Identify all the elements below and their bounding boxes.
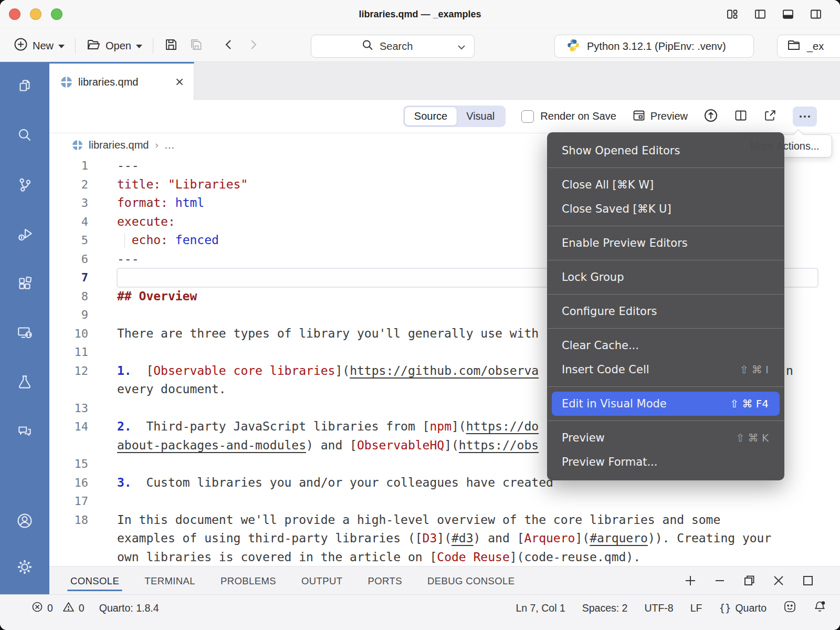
menu-item-shortcut: ⇧ ⌘ I [740, 363, 769, 376]
line-number: 10 [49, 324, 88, 343]
panel-close-icon[interactable] [772, 574, 785, 587]
search-text-field[interactable] [379, 40, 424, 53]
indentation-status[interactable]: Spaces: 2 [582, 602, 628, 614]
source-mode-button[interactable]: Source [405, 107, 457, 125]
eol-status[interactable]: LF [690, 602, 702, 614]
editor-toolbar: Source Visual Render on Save Preview [49, 100, 840, 133]
panel-tab-console[interactable]: CONSOLE [70, 568, 119, 593]
tab-strip: libraries.qmd [49, 62, 840, 100]
code-line[interactable]: 18In this document we'll provide a high-… [49, 511, 840, 530]
line-number [49, 548, 88, 566]
menu-item-label: Close All [⌘K W] [562, 178, 654, 191]
menu-item-edit-in-visual-mode[interactable]: Edit in Visual Mode⇧ ⌘ F4 [552, 392, 780, 416]
render-icon[interactable] [704, 108, 718, 125]
code-line[interactable]: examples of using third-party libraries … [49, 529, 840, 548]
line-number: 1 [49, 156, 88, 175]
code-line[interactable]: 17 [49, 492, 840, 511]
menu-item-shortcut: ⇧ ⌘ K [736, 432, 769, 444]
preview-icon [632, 109, 646, 124]
more-actions-button[interactable] [793, 107, 817, 127]
encoding-status[interactable]: UTF-8 [644, 602, 673, 614]
menu-item-preview-format[interactable]: Preview Format... [547, 450, 784, 474]
toggle-primary-sidebar-icon[interactable] [754, 8, 766, 20]
open-in-new-window-icon[interactable] [763, 109, 777, 124]
run-debug-icon[interactable] [11, 220, 38, 248]
code-line[interactable]: own libraries is covered in the article … [49, 548, 840, 566]
line-number: 4 [49, 213, 88, 232]
zoom-window-button[interactable] [51, 8, 62, 20]
search-icon[interactable] [11, 122, 38, 149]
panel-tab-output[interactable]: OUTPUT [301, 568, 342, 593]
menu-item-insert-code-cell[interactable]: Insert Code Cell⇧ ⌘ I [547, 358, 784, 382]
code-text: own libraries is covered in the article … [117, 548, 840, 566]
line-number [49, 436, 88, 455]
panel-add-icon[interactable] [684, 574, 697, 587]
tab-libraries-qmd[interactable]: libraries.qmd [49, 62, 194, 100]
braces-icon: {} [719, 602, 731, 614]
language-mode-status[interactable]: {} Quarto [719, 602, 766, 614]
chat-icon[interactable] [11, 418, 38, 445]
menu-item-show-opened-editors[interactable]: Show Opened Editors [547, 139, 784, 163]
open-button-label: Open [106, 40, 131, 52]
problems-status[interactable]: 0 0 [32, 601, 85, 615]
menu-item-clear-cache[interactable]: Clear Cache... [547, 333, 784, 358]
save-button[interactable] [164, 37, 178, 54]
panel-restore-icon[interactable] [742, 574, 756, 587]
feedback-smiley-icon[interactable] [783, 600, 796, 616]
explorer-icon[interactable] [11, 72, 38, 100]
testing-icon[interactable] [11, 369, 38, 396]
menu-item-label: Show Opened Editors [562, 144, 680, 157]
save-all-button[interactable] [189, 37, 204, 54]
panel-minimize-icon[interactable] [713, 574, 727, 587]
tab-label: libraries.qmd [78, 76, 138, 88]
panel-tab-problems[interactable]: PROBLEMS [220, 568, 276, 593]
cursor-position-status[interactable]: Ln 7, Col 1 [516, 602, 565, 614]
menu-item-configure-editors[interactable]: Configure Editors [547, 299, 784, 323]
code-text: examples of using third-party libraries … [117, 529, 840, 548]
panel-tab-terminal[interactable]: TERMINAL [144, 568, 195, 593]
menu-separator [548, 167, 784, 168]
panel-maximize-icon[interactable] [801, 574, 815, 587]
open-button[interactable]: Open [86, 38, 142, 54]
panel-tab-ports[interactable]: PORTS [368, 568, 402, 593]
menu-item-close-saved-k-u[interactable]: Close Saved [⌘K U] [547, 197, 784, 221]
menu-item-enable-preview-editors[interactable]: Enable Preview Editors [547, 231, 784, 255]
interpreter-selector[interactable]: Python 3.12.1 (PipEnv: .venv) [554, 35, 754, 58]
toggle-panel-icon[interactable] [782, 8, 794, 20]
account-icon[interactable] [11, 507, 38, 534]
navigate-back-icon[interactable] [223, 37, 234, 55]
close-tab-icon[interactable] [175, 77, 184, 87]
error-icon [32, 601, 43, 615]
menu-separator [548, 226, 784, 226]
minimize-window-button[interactable] [30, 8, 41, 20]
menu-item-close-all-k-w[interactable]: Close All [⌘K W] [547, 173, 784, 197]
remote-explorer-icon[interactable] [11, 319, 38, 346]
quarto-version-status[interactable]: Quarto: 1.8.4 [99, 602, 159, 614]
close-window-button[interactable] [9, 8, 20, 20]
extensions-icon[interactable] [11, 270, 38, 297]
menu-item-label: Configure Editors [562, 305, 657, 318]
preview-label: Preview [650, 110, 688, 122]
navigate-forward-icon[interactable] [248, 37, 259, 55]
source-control-icon[interactable] [11, 171, 38, 198]
menu-item-label: Lock Group [562, 271, 624, 284]
workspace-folder-button[interactable]: _ex [777, 35, 840, 58]
customize-layout-icon[interactable] [726, 8, 739, 20]
new-button[interactable]: New [14, 37, 65, 54]
settings-gear-icon[interactable] [11, 553, 38, 581]
menu-item-lock-group[interactable]: Lock Group [547, 265, 784, 289]
warning-count: 0 [79, 602, 85, 614]
preview-button[interactable]: Preview [632, 109, 688, 124]
render-on-save-toggle[interactable]: Render on Save [521, 110, 616, 123]
panel-tab-debug-console[interactable]: DEBUG CONSOLE [427, 568, 515, 593]
breadcrumb-file[interactable]: libraries.qmd [89, 139, 149, 151]
toggle-secondary-sidebar-icon[interactable] [810, 8, 822, 20]
breadcrumb-more[interactable]: ... [164, 139, 175, 151]
visual-mode-button[interactable]: Visual [457, 107, 504, 125]
split-editor-icon[interactable] [734, 109, 748, 124]
line-number: 8 [49, 287, 88, 306]
notifications-bell-icon[interactable] [813, 600, 826, 616]
menu-item-preview[interactable]: Preview⇧ ⌘ K [547, 426, 784, 450]
search-input[interactable] [311, 35, 475, 58]
render-on-save-checkbox[interactable] [521, 110, 534, 123]
